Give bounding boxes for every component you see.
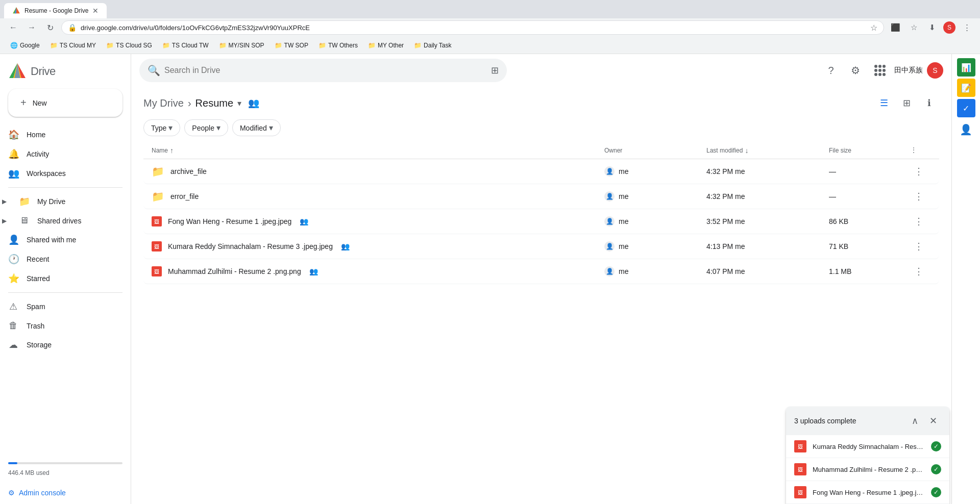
file-name-cell-archive: 📁 archive_file <box>152 165 604 178</box>
close-upload-button[interactable]: ✕ <box>925 413 941 429</box>
filter-type-button[interactable]: Type ▾ <box>143 119 180 136</box>
close-tab-btn[interactable]: ✕ <box>92 7 99 15</box>
admin-console-link[interactable]: ⚙ Admin console <box>0 485 131 501</box>
sidebar-item-home[interactable]: 🏠 Home <box>0 125 122 144</box>
sidebar-item-my-drive[interactable]: 📁 My Drive <box>11 192 122 211</box>
bookmark-ts-cloud-my[interactable]: 📁 TS Cloud MY <box>46 40 100 51</box>
more-options-archive[interactable]: ⋮ <box>911 163 927 180</box>
bookmark-ts-cloud-tw[interactable]: 📁 TS Cloud TW <box>158 40 213 51</box>
sidebar-item-shared-drives[interactable]: 🖥 Shared drives <box>11 211 122 230</box>
keep-app-icon[interactable]: 📝 <box>957 79 975 97</box>
sidebar-item-label-home: Home <box>27 131 45 139</box>
header-more: ⋮ <box>911 146 931 155</box>
sidebar-item-spam[interactable]: ⚠ Spam <box>0 297 122 316</box>
view-controls: ☰ ⊞ ℹ <box>874 93 939 113</box>
url-text: drive.google.com/drive/u/0/folders/1oOvF… <box>81 24 866 32</box>
storage-bar-fill <box>8 462 17 464</box>
header-modified[interactable]: Last modified ↓ <box>706 146 829 155</box>
new-button[interactable]: + New <box>8 89 122 117</box>
screen-cast-button[interactable]: ⬛ <box>888 20 902 35</box>
breadcrumb-current[interactable]: Resume <box>195 97 233 109</box>
breadcrumb-dropdown-icon[interactable]: ▾ <box>237 98 241 108</box>
list-view-button[interactable]: ☰ <box>874 93 894 113</box>
contacts-app-icon[interactable]: 👤 <box>956 119 976 140</box>
filter-people-button[interactable]: People ▾ <box>184 119 228 136</box>
profile-avatar[interactable]: S <box>943 21 955 34</box>
bookmark-tw-sop[interactable]: 📁 TW SOP <box>271 40 312 51</box>
star-bookmark-icon[interactable]: ☆ <box>870 23 877 33</box>
more-options-kumara[interactable]: ⋮ <box>911 238 927 255</box>
drive-logo-area: Drive <box>0 54 131 85</box>
bookmark-tw-others[interactable]: 📁 TW Others <box>314 40 362 51</box>
image-icon: 🖼 <box>152 216 162 226</box>
collapse-upload-button[interactable]: ∧ <box>906 413 923 429</box>
more-options-muhammad[interactable]: ⋮ <box>911 263 927 280</box>
bookmark-my-other[interactable]: 📁 MY Other <box>364 40 408 51</box>
user-avatar[interactable]: S <box>927 62 943 79</box>
header-modified-label: Last modified <box>706 147 743 154</box>
sidebar-item-storage[interactable]: ☁ Storage <box>0 335 122 355</box>
bookmark-daily-task[interactable]: 📁 Daily Task <box>410 40 455 51</box>
shared-with-me-icon: 👤 <box>8 234 18 245</box>
upload-check-icon-1: ✓ <box>931 441 941 451</box>
storage-bar-background <box>8 462 122 464</box>
my-drive-expand-icon[interactable]: ▶ <box>0 196 9 207</box>
menu-button[interactable]: ⋮ <box>960 20 974 35</box>
tasks-app-icon[interactable]: ✓ <box>957 99 975 117</box>
more-options-error[interactable]: ⋮ <box>911 188 927 205</box>
sidebar-item-trash[interactable]: 🗑 Trash <box>0 316 122 335</box>
help-button[interactable]: ? <box>821 60 841 81</box>
share-folder-button[interactable]: 👥 <box>246 95 262 111</box>
shared-drives-icon: 🖥 <box>19 215 29 226</box>
add-app-button[interactable]: + <box>956 497 976 504</box>
info-panel-button[interactable]: ℹ <box>919 93 939 113</box>
file-name-archive: archive_file <box>170 167 207 175</box>
drive-logo-text: Drive <box>31 65 56 78</box>
sidebar-item-recent[interactable]: 🕐 Recent <box>0 249 122 269</box>
table-row[interactable]: 📁 archive_file 👤 me 4:32 PM me — ⋮ <box>143 159 939 184</box>
sidebar-item-starred[interactable]: ⭐ Starred <box>0 269 122 288</box>
shared-icon-fong: 👥 <box>300 217 308 225</box>
filter-modified-button[interactable]: Modified ▾ <box>232 119 281 136</box>
more-options-fong[interactable]: ⋮ <box>911 213 927 230</box>
browser-chrome: Resume - Google Drive ✕ ← → ↻ 🔒 drive.go… <box>0 0 980 37</box>
sidebar-item-shared-with-me[interactable]: 👤 Shared with me <box>0 230 122 249</box>
forward-button[interactable]: → <box>24 20 39 35</box>
search-input[interactable] <box>164 66 487 75</box>
storage-used-text: 446.4 MB used <box>8 469 50 476</box>
sheets-app-icon[interactable]: 📊 <box>957 58 975 77</box>
shared-drives-expand-icon[interactable]: ▶ <box>0 215 9 226</box>
sidebar-item-label-shared-drives: Shared drives <box>37 217 81 225</box>
table-row[interactable]: 🖼 Fong Wan Heng - Resume 1 .jpeg.jpeg 👥 … <box>143 209 939 234</box>
sidebar-item-activity[interactable]: 🔔 Activity <box>0 144 122 164</box>
bookmark-ts-cloud-sg[interactable]: 📁 TS Cloud SG <box>102 40 156 51</box>
storage-icon: ☁ <box>8 339 18 350</box>
address-bar[interactable]: 🔒 drive.google.com/drive/u/0/folders/1oO… <box>61 20 884 35</box>
sidebar-item-workspaces[interactable]: 👥 Workspaces <box>0 164 122 183</box>
header-owner[interactable]: Owner <box>604 146 706 155</box>
new-button-plus-icon: + <box>20 97 27 109</box>
table-row[interactable]: 🖼 Muhammad Zulhilmi - Resume 2 .png.png … <box>143 259 939 284</box>
list-item: 🖼 Muhammad Zulhilmi - Resume 2 .png.... … <box>786 458 949 481</box>
bookmark-my-sin-sop[interactable]: 📁 MY/SIN SOP <box>215 40 268 51</box>
search-bar[interactable]: 🔍 ⊞ <box>139 59 507 82</box>
breadcrumb-parent[interactable]: My Drive <box>143 97 184 109</box>
bookmark-star-button[interactable]: ☆ <box>906 20 921 35</box>
refresh-button[interactable]: ↻ <box>43 20 57 35</box>
header-name-label: Name <box>152 147 168 154</box>
active-browser-tab[interactable]: Resume - Google Drive ✕ <box>4 3 107 18</box>
settings-button[interactable]: ⚙ <box>845 60 866 81</box>
breadcrumb-row: My Drive › Resume ▾ 👥 ☰ ⊞ ℹ <box>131 87 951 117</box>
header-filesize[interactable]: File size <box>829 146 911 155</box>
download-button[interactable]: ⬇ <box>925 20 939 35</box>
google-apps-button[interactable] <box>870 60 890 81</box>
grid-view-button[interactable]: ⊞ <box>896 93 917 113</box>
bookmark-google[interactable]: 🌐 Google <box>6 40 44 51</box>
table-row[interactable]: 📁 error_file 👤 me 4:32 PM me — ⋮ <box>143 184 939 209</box>
header-name[interactable]: Name ↑ <box>152 146 604 155</box>
sidebar-item-label-trash: Trash <box>27 322 44 330</box>
search-options-icon[interactable]: ⊞ <box>491 65 499 76</box>
back-button[interactable]: ← <box>6 20 20 35</box>
owner-cell-kumara: 👤 me <box>604 241 706 251</box>
table-row[interactable]: 🖼 Kumara Reddy Simnachalam - Resume 3 .j… <box>143 234 939 259</box>
